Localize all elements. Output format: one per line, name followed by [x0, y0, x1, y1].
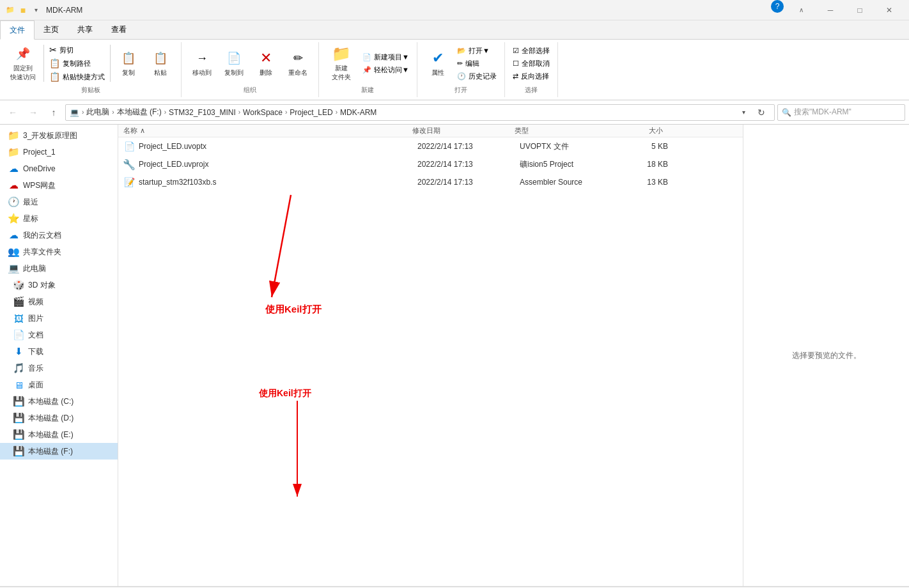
folder3-icon: 📁	[8, 130, 19, 141]
breadcrumb-mdk[interactable]: MDK-ARM	[340, 108, 377, 117]
edit-icon: ✏	[457, 59, 463, 68]
easy-access-button[interactable]: 📌 轻松访问▼	[360, 64, 412, 76]
sidebar-item-star[interactable]: ⭐ 星标	[0, 210, 118, 227]
close-button[interactable]: ✕	[874, 0, 904, 20]
breadcrumb-drive[interactable]: 本地磁盘 (F:)	[117, 107, 162, 118]
delete-button[interactable]: ✕ 删除	[251, 47, 281, 80]
sort-size[interactable]: 大小	[617, 126, 668, 135]
pin-icon: 📌	[14, 45, 32, 63]
breadcrumb-project[interactable]: Project_LED	[290, 108, 332, 117]
wps-icon: ☁	[8, 180, 19, 191]
properties-button[interactable]: ✔ 属性	[423, 47, 453, 80]
copy-path-button[interactable]: 📋 复制路径	[47, 57, 107, 70]
forward-button[interactable]: →	[24, 104, 42, 121]
sidebar-image-label: 图片	[28, 313, 43, 324]
preview-text: 选择要预览的文件。	[792, 350, 861, 361]
sidebar-recent-label: 最近	[23, 197, 38, 208]
copy-button[interactable]: 📋 复制	[113, 47, 144, 80]
sidebar-drivee-label: 本地磁盘 (E:)	[28, 429, 74, 440]
minimize-button[interactable]: ─	[816, 0, 845, 20]
sidebar-item-3d[interactable]: 🎲 3D 对象	[0, 277, 118, 293]
expand-button[interactable]: ∧	[786, 0, 816, 20]
recent-icon: 🕐	[8, 196, 19, 208]
file2-icon: 🔧	[123, 159, 135, 170]
sort-date[interactable]: 修改日期	[412, 126, 515, 135]
sidebar-item-onedrive[interactable]: ☁ OneDrive	[0, 160, 118, 177]
sidebar-item-desktop[interactable]: 🖥 桌面	[0, 376, 118, 393]
help-button[interactable]: ?	[771, 0, 784, 13]
sidebar-item-folder3[interactable]: 📁 3_开发板原理图	[0, 127, 118, 144]
copy-to-button[interactable]: 📄 复制到	[219, 47, 249, 80]
cut-button[interactable]: ✂ 剪切	[47, 43, 107, 56]
file1-name: Project_LED.uvoptx	[139, 142, 206, 151]
sidebar-item-drivef[interactable]: 💾 本地磁盘 (F:)	[0, 443, 118, 460]
back-button[interactable]: ←	[4, 104, 22, 121]
sidebar-item-doc[interactable]: 📄 文档	[0, 327, 118, 343]
tab-view[interactable]: 查看	[102, 20, 136, 39]
tab-file[interactable]: 文件	[0, 20, 35, 40]
tab-home[interactable]: 主页	[35, 20, 68, 39]
sidebar-item-video[interactable]: 🎬 视频	[0, 293, 118, 310]
sidebar-item-recent[interactable]: 🕐 最近	[0, 194, 118, 210]
group-open: ✔ 属性 📂 打开▼ ✏ 编辑 🕐 历史记录 打开	[417, 42, 505, 97]
paste-shortcut-button[interactable]: 📋 粘贴快捷方式	[47, 70, 107, 83]
copy-label: 复制	[122, 68, 135, 77]
move-to-icon: →	[193, 49, 211, 67]
organize-items: → 移动到 📄 复制到 ✕ 删除 ✏ 重命名	[187, 42, 313, 84]
history-button[interactable]: 🕐 历史记录	[454, 70, 499, 82]
sidebar-item-image[interactable]: 🖼 图片	[0, 310, 118, 327]
rename-button[interactable]: ✏ 重命名	[283, 47, 313, 80]
new-folder-button[interactable]: 📁 新建 文件夹	[324, 42, 359, 84]
sidebar-item-drivec[interactable]: 💾 本地磁盘 (C:)	[0, 393, 118, 410]
sidebar-item-sharefolder[interactable]: 👥 共享文件夹	[0, 244, 118, 260]
file1-icon: 📄	[123, 141, 135, 152]
ribbon-tabs: 文件 主页 共享 查看	[0, 20, 909, 40]
move-to-button[interactable]: → 移动到	[187, 47, 217, 80]
breadcrumb-workspace[interactable]: WorkSpace	[243, 108, 283, 117]
sidebar-item-clouddoc[interactable]: ☁ 我的云文档	[0, 227, 118, 244]
new-item-button[interactable]: 📄 新建项目▼	[360, 51, 412, 63]
select-all-button[interactable]: ☑ 全部选择	[510, 45, 552, 57]
sidebar-thispc-label: 此电脑	[23, 263, 46, 274]
select-none-button[interactable]: ☐ 全部取消	[510, 58, 552, 70]
dropdown-button[interactable]: ▾	[737, 106, 750, 119]
breadcrumb-pc[interactable]: 此电脑	[86, 107, 109, 118]
history-icon: 🕐	[457, 72, 466, 81]
sort-name[interactable]: 名称 ∧	[118, 126, 412, 135]
clouddoc-icon: ☁	[8, 229, 19, 241]
file-row-1[interactable]: 📄 Project_LED.uvoptx 2022/2/14 17:13 UVO…	[118, 137, 743, 155]
edit-button[interactable]: ✏ 编辑	[454, 58, 499, 70]
file3-size: 13 KB	[622, 178, 673, 187]
sidebar-item-drivee[interactable]: 💾 本地磁盘 (E:)	[0, 426, 118, 443]
rename-icon: ✏	[289, 49, 307, 67]
doc-icon: 📄	[13, 329, 24, 341]
search-bar[interactable]: 🔍 搜索"MDK-ARM"	[777, 104, 905, 121]
select-none-label: 全部取消	[522, 59, 550, 68]
sidebar-item-project1[interactable]: 📁 Project_1	[0, 144, 118, 160]
title-bar-dropdown[interactable]: ▾	[31, 5, 41, 15]
maximize-button[interactable]: □	[845, 0, 874, 20]
sidebar-item-download[interactable]: ⬇ 下载	[0, 343, 118, 360]
sidebar-item-wps[interactable]: ☁ WPS网盘	[0, 177, 118, 194]
sidebar-drived-label: 本地磁盘 (D:)	[28, 413, 74, 424]
sidebar-item-drived[interactable]: 💾 本地磁盘 (D:)	[0, 410, 118, 426]
window-controls: ? ∧ ─ □ ✕	[771, 0, 904, 20]
sidebar-3d-label: 3D 对象	[28, 280, 56, 291]
up-button[interactable]: ↑	[45, 104, 63, 121]
breadcrumb[interactable]: 💻 › 此电脑 › 本地磁盘 (F:) › STM32_F103_MINI › …	[65, 104, 775, 121]
sidebar-folder3-label: 3_开发板原理图	[23, 130, 77, 141]
breadcrumb-stm[interactable]: STM32_F103_MINI	[169, 108, 236, 117]
file1-type: UVOPTX 文件	[520, 141, 622, 152]
paste-button[interactable]: 📋 粘贴	[145, 47, 176, 80]
refresh-button[interactable]: ↻	[752, 104, 770, 121]
open-button[interactable]: 📂 打开▼	[454, 45, 499, 57]
tab-share[interactable]: 共享	[68, 20, 102, 39]
sort-type[interactable]: 类型	[515, 126, 617, 135]
file-row-2[interactable]: 🔧 Project_LED.uvprojx 2022/2/14 17:13 礦i…	[118, 155, 743, 173]
invert-select-button[interactable]: ⇄ 反向选择	[510, 70, 552, 82]
pin-button[interactable]: 📌 固定到 快速访问	[5, 42, 41, 84]
video-icon: 🎬	[13, 296, 24, 307]
sidebar-item-music[interactable]: 🎵 音乐	[0, 360, 118, 376]
sidebar-item-thispc[interactable]: 💻 此电脑	[0, 260, 118, 277]
file-row-3[interactable]: 📝 startup_stm32f103xb.s 2022/2/14 17:13 …	[118, 173, 743, 191]
